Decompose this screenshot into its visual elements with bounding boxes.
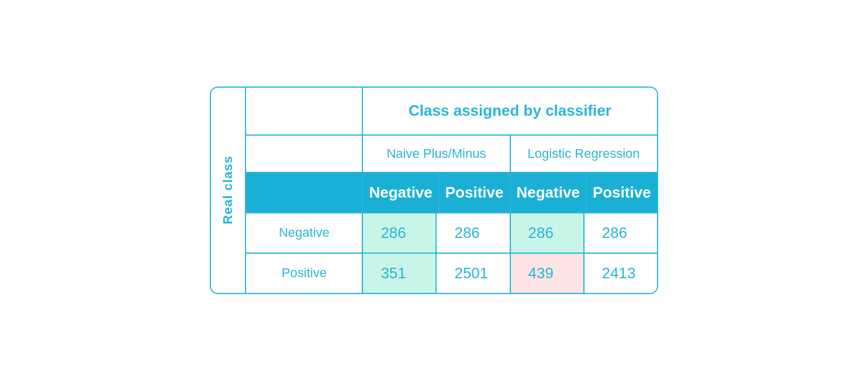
log-pos-neg-cell: 439 [510, 254, 585, 293]
confusion-matrix-table: Real class Class assigned by classifier … [210, 87, 658, 294]
cell-logistic-header: Logistic Regression [511, 136, 657, 172]
naive-pos-neg-cell: 351 [363, 254, 437, 293]
row-label-positive: Positive [246, 254, 363, 293]
row-top-header: Class assigned by classifier [246, 88, 656, 136]
cell-naive-header: Naive Plus/Minus [363, 136, 510, 172]
cell-classifier-header: Class assigned by classifier [363, 88, 656, 134]
row-label-negative: Negative [246, 213, 363, 253]
data-row-negative: Negative 286 286 286 286 [246, 213, 656, 254]
cell-row-label-empty [246, 173, 363, 212]
log-pos-pos-cell: 2413 [585, 254, 657, 293]
table-grid: Class assigned by classifier Naive Plus/… [246, 88, 656, 293]
log-neg-pos-cell: 286 [585, 213, 657, 253]
row-subclassifier: Naive Plus/Minus Logistic Regression [246, 136, 656, 173]
cell-naive-negative-header: Negative [363, 173, 439, 212]
cell-empty-topleft [246, 88, 363, 134]
naive-pos-pos-cell: 2501 [437, 254, 509, 293]
cell-empty-left2 [246, 136, 363, 172]
row-neg-pos-headers: Negative Positive Negative Positive [246, 173, 656, 213]
data-row-positive: Positive 351 2501 439 2413 [246, 254, 656, 293]
log-neg-neg-cell: 286 [510, 213, 585, 253]
cell-logistic-positive-header: Positive [587, 173, 657, 212]
real-class-label: Real class [211, 88, 246, 293]
naive-neg-neg-cell: 286 [363, 213, 437, 253]
cell-logistic-negative-header: Negative [510, 173, 587, 212]
cell-naive-positive-header: Positive [440, 173, 510, 212]
naive-neg-pos-cell: 286 [437, 213, 509, 253]
confusion-matrix-wrapper: Real class Class assigned by classifier … [210, 87, 658, 294]
